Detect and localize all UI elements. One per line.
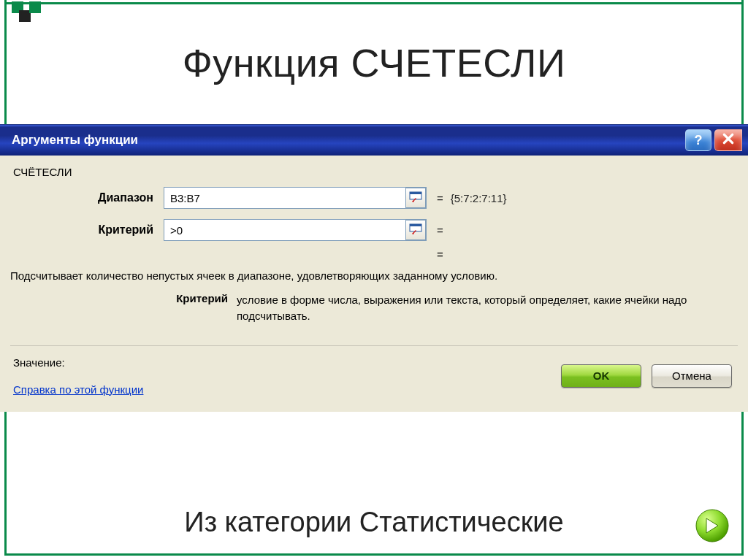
range-picker-icon (409, 191, 422, 205)
range-input[interactable] (164, 188, 405, 208)
dialog-footer: Значение: Справка по этой функции OK Отм… (10, 345, 738, 404)
help-button[interactable]: ? (685, 129, 711, 151)
dialog-title: Аргументы функции (12, 133, 138, 147)
function-description: Подсчитывает количество непустых ячеек в… (10, 268, 738, 285)
range-picker-icon (409, 223, 422, 237)
cancel-button[interactable]: Отмена (652, 364, 732, 388)
arrow-right-icon (694, 534, 730, 546)
function-help-link[interactable]: Справка по этой функции (13, 383, 143, 396)
svg-rect-5 (413, 233, 414, 234)
result-equals-row: = (437, 248, 738, 261)
help-icon: ? (695, 133, 703, 148)
arg-row-criteria: Критерий = (10, 219, 738, 241)
svg-rect-1 (410, 192, 421, 194)
slide-deco-icon (10, 0, 61, 23)
param-help: Критерий условие в форме числа, выражени… (10, 292, 738, 325)
close-button[interactable] (714, 129, 742, 151)
criteria-input[interactable] (164, 220, 405, 240)
criteria-picker-button[interactable] (405, 220, 426, 240)
slide-caption: Из категории Статистические (0, 507, 748, 538)
result-value-label: Значение: (13, 356, 143, 369)
dialog-body: СЧЁТЕСЛИ Диапазон = {5:7:2:7:11} (0, 156, 748, 412)
close-icon (722, 132, 735, 149)
arg-label-criteria: Критерий (10, 223, 164, 237)
slide-top-strip (4, 2, 744, 4)
function-name: СЧЁТЕСЛИ (13, 166, 738, 178)
arg-input-wrap-criteria (164, 219, 427, 241)
arg-result-range: = {5:7:2:7:11} (437, 192, 507, 204)
next-slide-button[interactable] (694, 507, 730, 544)
arg-label-range: Диапазон (10, 191, 164, 204)
svg-rect-4 (410, 224, 421, 226)
svg-rect-2 (413, 201, 414, 202)
ok-button[interactable]: OK (561, 364, 641, 388)
function-arguments-dialog: Аргументы функции ? СЧЁТЕСЛИ Диапазон (0, 124, 748, 412)
arg-result-criteria: = (437, 224, 451, 237)
param-help-name: Критерий (10, 292, 237, 325)
dialog-titlebar[interactable]: Аргументы функции ? (0, 125, 748, 156)
range-picker-button[interactable] (405, 188, 426, 208)
slide-frame: Функция СЧЕТЕСЛИ Аргументы функции ? СЧЁ… (0, 0, 748, 560)
arg-input-wrap-range (164, 187, 427, 209)
param-help-text: условие в форме числа, выражения или тек… (237, 292, 738, 325)
arg-row-range: Диапазон = {5:7:2:7:11} (10, 187, 738, 209)
